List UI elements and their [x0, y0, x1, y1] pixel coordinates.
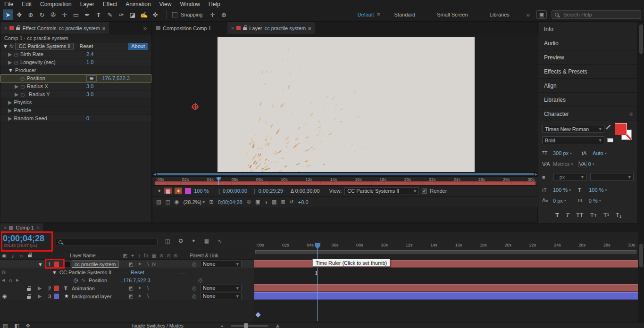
current-time-button[interactable]: 0;00;04;28	[218, 199, 243, 205]
panel-header-info[interactable]: Info	[538, 22, 637, 36]
panel-header-libraries[interactable]: Libraries	[538, 93, 637, 107]
position-sub-row[interactable]: ◀ ◇ ▶ ◷ ∿ Position -176.7,522.3 ◎	[0, 276, 254, 284]
superscript-icon[interactable]: T¹	[603, 212, 609, 219]
out-point-time[interactable]: 0;00;29;29	[259, 188, 283, 194]
property-label[interactable]: Position	[89, 276, 107, 284]
rotate-tool-icon[interactable]: ↻	[37, 9, 47, 20]
layer-row-2[interactable]: ▶ 2 T Animation ◩ ✦ ∖ ◎ None ▾	[0, 284, 254, 292]
frame-blend-icon[interactable]: ▦	[204, 238, 209, 244]
audio-column-icon[interactable]: ♪	[8, 253, 17, 259]
layer-canvas[interactable]	[217, 37, 475, 172]
canvas-pasteboard[interactable]	[152, 34, 538, 172]
flowchart-icon[interactable]: ▤	[156, 199, 161, 205]
view-dropdown[interactable]: CC Particle Systems II ▾	[344, 187, 419, 195]
toggle-switches-modes-button[interactable]: Toggle Switches / Modes	[131, 323, 184, 328]
always-preview-icon[interactable]: ◉	[175, 199, 179, 205]
effect-point-button[interactable]: ⊕	[86, 75, 97, 82]
menu-layer[interactable]: Layer	[76, 1, 99, 8]
property-value[interactable]: 3.0	[86, 83, 93, 89]
layer-name-header[interactable]: Layer Name	[70, 253, 95, 258]
viewer-time-ruler[interactable]: :00s02s04s06s08s10s12s14s16s18s20s22s24s…	[152, 176, 538, 185]
stopwatch-icon[interactable]: ◷	[74, 276, 78, 284]
show-channel-icon[interactable]: ◑	[264, 199, 268, 205]
tab-comp-1[interactable]: × Comp 1 ≡	[0, 223, 43, 232]
layer-switches-icons[interactable]: ◩ ✦ ∖	[128, 260, 151, 268]
twirl-icon[interactable]: ▼	[0, 43, 9, 49]
lock-icon[interactable]	[27, 288, 31, 291]
stopwatch-icon[interactable]: ◷	[14, 51, 18, 57]
expand-modes-icon[interactable]: ◧	[14, 323, 19, 328]
panel-overflow-icon[interactable]: »	[139, 25, 151, 32]
solo-column-icon[interactable]: ○	[17, 253, 25, 259]
timeline-ruler-area[interactable]: :00s02s04s06s08s10s12s14s16s18s20s22s24s…	[254, 232, 638, 260]
chevron-down-icon[interactable]: ▾	[569, 188, 571, 192]
render-checkbox[interactable]: ✓	[422, 189, 427, 194]
stroke-width-dropdown[interactable]: - px ▾	[553, 173, 586, 181]
panel-menu-icon[interactable]: ≡	[102, 25, 105, 31]
stopwatch-icon[interactable]: ◷	[20, 83, 25, 90]
time-ruler[interactable]: :00s02s04s06s08s10s12s14s16s18s20s22s24s…	[254, 232, 638, 247]
pen-tool-icon[interactable]: ✒	[82, 9, 92, 20]
panel-header-character[interactable]: Character ≡	[538, 107, 637, 121]
chevron-down-icon[interactable]: ▾	[605, 188, 607, 192]
effect-name[interactable]: CC Particle Systems II	[15, 43, 74, 49]
va-value[interactable]: 0	[588, 161, 591, 167]
exposure-value[interactable]: +0.0	[298, 199, 309, 205]
twirl-icon[interactable]: ▼	[52, 268, 57, 276]
effect-point-handle[interactable]	[192, 104, 198, 110]
baseline-shift-value[interactable]: 0 px	[553, 198, 563, 204]
chevron-down-icon[interactable]: ▾	[593, 162, 594, 166]
keyframe-nav-left-icon[interactable]: ◀	[2, 276, 5, 284]
pick-whip-icon[interactable]: ◎	[198, 276, 203, 284]
font-size-value[interactable]: 300 px	[553, 150, 569, 156]
resolution-icon[interactable]: ▦	[272, 199, 276, 205]
close-icon[interactable]: ×	[4, 225, 7, 230]
scroll-thumb[interactable]	[157, 173, 534, 175]
pick-whip-icon[interactable]: ◎	[192, 292, 197, 300]
pick-whip-icon[interactable]: ◎	[192, 260, 197, 268]
clone-stamp-tool-icon[interactable]: ✑	[116, 9, 126, 20]
zoom-slider-thumb[interactable]	[244, 323, 248, 328]
property-value[interactable]: -176.7,522.3	[121, 276, 151, 284]
layer-name[interactable]: cc practile system	[72, 261, 118, 268]
group-row-physics[interactable]: ▶ Physics	[0, 98, 151, 107]
roto-brush-tool-icon[interactable]: ✍	[139, 9, 149, 20]
fill-color-swatch[interactable]	[615, 123, 627, 135]
effect-name[interactable]: CC Particle Systems II	[59, 268, 111, 276]
property-row-radius-y[interactable]: ▶ ◷ Radius Y 3.0	[0, 90, 151, 98]
zoom-out-mountain-icon[interactable]: ▲	[220, 324, 224, 328]
refresh-icon[interactable]: ↺	[290, 199, 294, 205]
scroll-left-icon[interactable]: ◀	[152, 172, 157, 176]
lock-icon[interactable]	[243, 27, 247, 30]
zoom-in-mountain-icon[interactable]: ▲	[275, 322, 281, 328]
twirl-closed-icon[interactable]: ▶	[8, 115, 12, 122]
layer-color-swatch[interactable]	[54, 286, 59, 291]
small-caps-icon[interactable]: Tᴛ	[590, 212, 597, 219]
menu-effect[interactable]: Effect	[99, 1, 121, 8]
lock-icon[interactable]	[27, 296, 31, 299]
effect-sub-row[interactable]: fx ▼ CC Particle Systems II Reset —	[0, 268, 254, 276]
twirl-icon[interactable]: ▼	[38, 260, 43, 268]
stopwatch-icon[interactable]: ◷	[20, 75, 25, 82]
effect-header-row[interactable]: ▼ fx CC Particle Systems II Reset About	[0, 42, 151, 50]
grid-guides-icon[interactable]: ⊞	[209, 199, 213, 205]
eyedropper-icon[interactable]	[606, 125, 614, 133]
group-row-particle[interactable]: ▶ Particle	[0, 107, 151, 115]
timeline-search-box[interactable]	[56, 238, 158, 246]
work-area-bar[interactable]	[255, 250, 636, 254]
property-row-position[interactable]: ◷ Position ⊕ -176.7,522.3	[0, 74, 151, 82]
search-help-input[interactable]	[552, 10, 641, 19]
chevron-down-icon[interactable]: ▾	[605, 151, 607, 156]
panel-menu-icon[interactable]: ≡	[308, 25, 311, 31]
property-value[interactable]: -176.7,522.3	[100, 75, 130, 81]
tracking-value[interactable]: Metrics	[553, 161, 569, 167]
scrollbar-thumb[interactable]	[639, 244, 643, 267]
workspace-standard[interactable]: Standard	[381, 12, 426, 17]
puppet-pin-tool-icon[interactable]: ✜	[150, 9, 160, 20]
layer-switches-icons[interactable]: ◩ ✦ ∖	[128, 292, 151, 300]
font-family-dropdown[interactable]: Times New Roman ▾	[542, 125, 604, 133]
twirl-closed-icon[interactable]: ▶	[15, 91, 18, 98]
menu-edit[interactable]: Edit	[17, 1, 36, 8]
layer-color-swatch[interactable]	[54, 294, 59, 299]
motion-blur-icon[interactable]: ✶	[175, 188, 182, 194]
